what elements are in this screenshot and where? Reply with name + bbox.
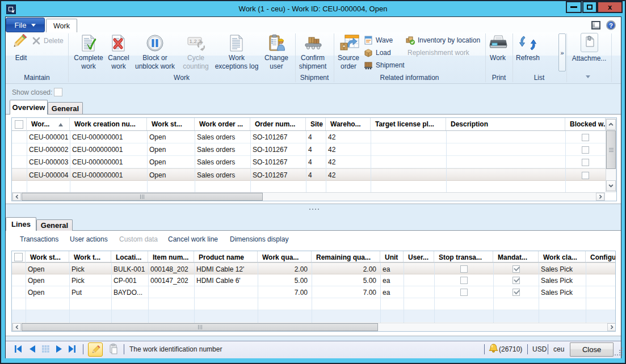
grid-cell[interactable]: 4 xyxy=(306,143,326,156)
grid-cell[interactable]: Sales Pick xyxy=(539,274,586,286)
grid-row[interactable]: CEU-000001CEU-000000001OpenSales ordersS… xyxy=(12,131,606,143)
grid-cell[interactable]: SO-101267 xyxy=(250,143,306,156)
grid-cell[interactable]: 000147_202 xyxy=(148,274,194,286)
action-dimensions-display[interactable]: Dimensions display xyxy=(230,235,288,244)
confirm-shipment-button[interactable]: Confirm shipment xyxy=(295,33,330,73)
action-transactions[interactable]: Transactions xyxy=(20,235,58,244)
previous-record-button[interactable] xyxy=(28,345,36,353)
column-header[interactable]: Locati... xyxy=(111,251,148,262)
cell-checkbox[interactable] xyxy=(434,286,493,298)
grid-row[interactable]: OpenPickCP-001000147_202HDMI Cable 6'5.0… xyxy=(12,274,616,286)
grid-cell[interactable]: SO-101267 xyxy=(250,131,306,143)
grid-cell[interactable]: HDMI Cable 12' xyxy=(194,263,258,275)
splitter-handle[interactable] xyxy=(309,209,319,210)
scrollbar-thumb[interactable] xyxy=(22,193,263,201)
grid-row[interactable]: CEU-000002CEU-000000001OpenSales ordersS… xyxy=(12,143,606,156)
attachments-button[interactable]: Attachme... xyxy=(568,33,611,78)
cancel-work-button[interactable]: Cancel work xyxy=(104,33,133,73)
grid-cell[interactable]: ea xyxy=(380,263,404,275)
grid-cell[interactable]: Sales orders xyxy=(195,169,250,181)
column-header[interactable]: Work creation nu... xyxy=(70,118,147,130)
scroll-right-button[interactable] xyxy=(607,323,616,331)
column-header[interactable]: Target license pl... xyxy=(371,118,446,130)
close-form-button[interactable]: Close xyxy=(570,342,614,357)
notifications-bell-icon[interactable] xyxy=(488,343,499,354)
ribbon-tab-work[interactable]: Work xyxy=(46,19,77,33)
source-order-button[interactable]: Source order xyxy=(334,33,363,73)
grid-cell[interactable]: Open xyxy=(147,169,195,181)
notification-count[interactable]: (26710) xyxy=(499,345,522,353)
grid-cell[interactable]: 42 xyxy=(326,143,371,156)
column-header[interactable]: Remaining qua... xyxy=(312,251,380,262)
grid-cell[interactable]: BAYDO... xyxy=(111,286,148,298)
grid-cell[interactable]: 000148_202 xyxy=(148,263,194,275)
cell-checkbox[interactable] xyxy=(493,274,539,286)
grid-cell[interactable]: 7.00 xyxy=(258,286,312,298)
grid-cell[interactable]: Sales Pick xyxy=(539,263,586,275)
grid-cell[interactable]: Sales orders xyxy=(195,156,250,168)
column-header[interactable]: Wor... xyxy=(27,118,70,130)
grid-cell[interactable]: 7.00 xyxy=(312,286,380,298)
cell-checkbox[interactable] xyxy=(434,274,493,286)
grid-cell[interactable]: CEU-000000001 xyxy=(70,143,147,156)
block-or-unblock-work-button[interactable]: Block or unblock work xyxy=(130,33,180,73)
grid-cell[interactable]: 5.00 xyxy=(312,274,380,286)
grid-row[interactable]: OpenPickBULK-001000148_202HDMI Cable 12'… xyxy=(12,263,616,274)
attachments-dropdown-icon[interactable] xyxy=(586,75,590,78)
grid-cell[interactable]: CP-001 xyxy=(111,274,148,286)
grid-cell[interactable]: CEU-000001 xyxy=(27,131,70,143)
grid-cell[interactable]: BULK-001 xyxy=(111,263,148,275)
column-header[interactable]: Work qua... xyxy=(258,251,312,262)
work-exceptions-log-button[interactable]: Work exceptions log xyxy=(212,33,262,73)
column-header[interactable]: Configu... xyxy=(586,251,616,262)
tab-general-lines[interactable]: General xyxy=(36,219,73,231)
cell-checkbox[interactable] xyxy=(434,263,493,275)
last-record-button[interactable] xyxy=(68,345,76,353)
grid-row[interactable]: OpenPutBAYDO...7.007.00eaSales Pick xyxy=(12,286,616,298)
tab-overview[interactable]: Overview xyxy=(10,100,48,115)
column-header[interactable]: User... xyxy=(404,251,434,262)
cell-checkbox[interactable] xyxy=(565,131,606,143)
column-header[interactable]: Work st... xyxy=(147,118,195,130)
tab-lines[interactable]: Lines xyxy=(6,217,36,231)
grid-cell[interactable]: 4 xyxy=(306,156,326,168)
grid-cell[interactable]: 42 xyxy=(326,131,371,143)
grid-cell[interactable]: CEU-000003 xyxy=(27,156,70,168)
grid-cell[interactable]: Pick xyxy=(69,263,111,275)
column-header[interactable]: Wareho... xyxy=(326,118,371,130)
grid-cell[interactable]: 4 xyxy=(306,169,326,181)
grid-cell[interactable]: CEU-000004 xyxy=(27,169,70,181)
first-record-button[interactable] xyxy=(14,345,23,353)
column-header[interactable]: Work t... xyxy=(69,251,111,262)
grid-row[interactable]: CEU-000004CEU-000000001OpenSales ordersS… xyxy=(12,168,606,181)
grid-cell[interactable]: CEU-000002 xyxy=(27,143,70,156)
column-header[interactable]: Work order ... xyxy=(195,118,250,130)
column-header[interactable]: Description xyxy=(446,118,565,130)
change-user-button[interactable]: Change user xyxy=(261,33,292,73)
column-header[interactable]: Unit xyxy=(380,251,404,262)
cell-checkbox[interactable] xyxy=(565,156,606,168)
column-header[interactable]: Stop transa... xyxy=(434,251,493,262)
grid-cell[interactable]: CEU-000000001 xyxy=(70,156,147,168)
file-menu-button[interactable]: File xyxy=(6,18,45,32)
grid-cell[interactable]: 4 xyxy=(306,131,326,143)
column-header[interactable]: Blocked w... xyxy=(565,118,606,130)
grid-cell[interactable]: SO-101267 xyxy=(250,169,306,181)
grid-cell[interactable]: 2.00 xyxy=(258,263,312,275)
edit-mode-button[interactable] xyxy=(88,342,103,357)
scroll-down-button[interactable] xyxy=(606,180,616,191)
close-button[interactable]: x xyxy=(597,1,623,13)
scroll-left-button[interactable] xyxy=(12,323,21,331)
grid-cell[interactable]: ea xyxy=(380,274,404,286)
scroll-up-button[interactable] xyxy=(606,119,616,130)
grid-cell[interactable]: SO-101267 xyxy=(250,156,306,168)
select-all-checkbox[interactable] xyxy=(12,251,26,263)
grid-cell[interactable]: Open xyxy=(147,143,195,156)
grid-cell[interactable]: 42 xyxy=(326,156,371,168)
scroll-right-button[interactable] xyxy=(596,193,604,201)
select-all-checkbox[interactable] xyxy=(12,118,27,131)
cell-checkbox[interactable] xyxy=(493,263,539,275)
column-header[interactable]: Work cla... xyxy=(539,251,586,262)
load-button[interactable]: Load xyxy=(364,48,391,57)
edit-button[interactable]: Edit xyxy=(10,33,32,73)
